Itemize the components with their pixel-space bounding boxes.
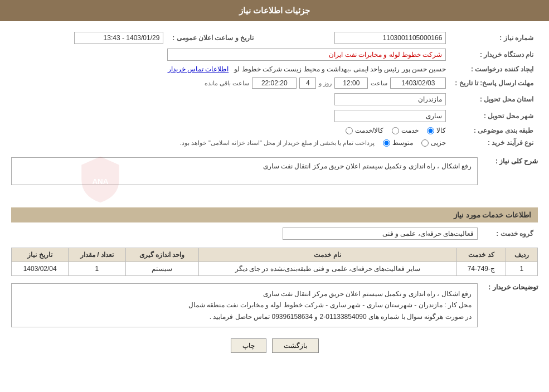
table-header-row: ردیف کد خدمت نام خدمت واحد اندازه گیری ت…	[12, 248, 538, 262]
deadline-days-label: روز و	[319, 80, 332, 87]
row-creator: ایجاد کننده درخواست : حسین حسن پور رئیس …	[11, 63, 538, 75]
services-data-table: ردیف کد خدمت نام خدمت واحد اندازه گیری ت…	[11, 248, 538, 276]
th-date: تاریخ نیاز	[12, 248, 69, 262]
purchase-motavasset[interactable]: متوسط	[383, 139, 413, 147]
announce-label: تاریخ و ساعت اعلان عمومی :	[168, 30, 258, 46]
back-button[interactable]: بازگشت	[272, 338, 319, 353]
province-value-cell: مازندران	[11, 91, 450, 108]
category-label: طبقه بندی موضوعی :	[450, 124, 538, 137]
main-content: شماره نیاز : 1103001105000166 تاریخ و سا…	[0, 21, 549, 370]
creator-label: ایجاد کننده درخواست :	[450, 63, 538, 75]
deadline-remaining-label: ساعت باقی مانده	[205, 80, 249, 87]
main-info-table: شماره نیاز : 1103001105000166 تاریخ و سا…	[11, 30, 538, 149]
kala-radio[interactable]	[427, 127, 434, 134]
category-kala[interactable]: کالا	[427, 127, 446, 134]
services-section-header: اطلاعات خدمات مورد نیاز	[11, 207, 538, 222]
province-label: استان محل تحویل :	[450, 91, 538, 108]
jozvi-label: جزیی	[431, 139, 446, 147]
need-desc-row: شرح کلی نیاز : ANA رفع اشکال ، راه انداز…	[11, 154, 538, 202]
announce-value: 1403/01/29 - 13:43	[74, 32, 163, 44]
print-button[interactable]: چاپ	[231, 338, 266, 353]
th-qty: تعداد / مقدار	[69, 248, 125, 262]
buyer-desc-label: توضیحات خریدار :	[482, 280, 538, 291]
table-body: 1 ج-749-74 سایر فعالیت‌های حرفه‌ای، علمی…	[12, 262, 538, 276]
row-buyer-org: نام دستگاه خریدار : شرکت خطوط لوله و مخا…	[11, 46, 538, 63]
service-group-value: فعالیت‌های حرفه‌ای، علمی و فنی	[283, 228, 478, 240]
category-khadamat[interactable]: خدمت	[392, 127, 419, 134]
deadline-time: 12:00	[334, 78, 368, 89]
deadline-time-label: ساعت	[371, 80, 387, 87]
cell-unit: سیستم	[125, 262, 198, 276]
cell-date: 1403/02/04	[12, 262, 69, 276]
city-value-cell: ساری	[11, 108, 450, 124]
deadline-label: مهلت ارسال پاسخ: تا تاریخ :	[450, 75, 538, 91]
page-container: جزئیات اطلاعات نیاز شماره نیاز : 1103001…	[0, 0, 549, 392]
kala-label: کالا	[436, 127, 446, 134]
motavasset-label: متوسط	[392, 139, 413, 147]
kala-khadamat-radio[interactable]	[346, 127, 353, 134]
table-head: ردیف کد خدمت نام خدمت واحد اندازه گیری ت…	[12, 248, 538, 262]
khadamat-radio[interactable]	[392, 127, 399, 134]
purchase-type-note: پرداخت تمام یا بخشی از مبلغ خریدار از مح…	[180, 139, 375, 147]
buyer-desc-row: توضیحات خریدار : رفع اشکال ، راه اندازی …	[11, 280, 538, 330]
need-desc-label: شرح کلی نیاز :	[482, 154, 538, 165]
need-number-value-cell: 1103001105000166	[258, 30, 450, 46]
kala-khadamat-label: کالا/خدمت	[355, 127, 383, 134]
service-group-table: گروه خدمت : فعالیت‌های حرفه‌ای، علمی و ف…	[11, 225, 538, 242]
deadline-days: 4	[299, 78, 316, 89]
need-number-value: 1103001105000166	[334, 32, 446, 44]
service-group-value-cell: فعالیت‌های حرفه‌ای، علمی و فنی	[11, 225, 482, 242]
purchase-type-value-cell: جزیی متوسط پرداخت تمام یا بخشی از مبلغ خ…	[11, 137, 450, 149]
page-title: جزئیات اطلاعات نیاز	[239, 6, 310, 15]
deadline-remaining: 22:02:20	[252, 78, 297, 89]
svg-text:ANA: ANA	[92, 177, 108, 186]
row-city: شهر محل تحویل : ساری	[11, 108, 538, 124]
row-need-number: شماره نیاز : 1103001105000166 تاریخ و سا…	[11, 30, 538, 46]
row-category: طبقه بندی موضوعی : کالا خدمت کالا/خدمت	[11, 124, 538, 137]
buyer-org-value-cell: شرکت خطوط لوله و مخابرات نفت ایران	[11, 46, 450, 63]
announce-value-cell: 1403/01/29 - 13:43	[11, 30, 168, 46]
need-desc-area: ANA رفع اشکال ، راه اندازی و تکمیل سیستم…	[11, 157, 478, 202]
page-header: جزئیات اطلاعات نیاز	[0, 0, 549, 21]
city-value: ساری	[334, 110, 446, 122]
category-value-cell: کالا خدمت کالا/خدمت	[11, 124, 450, 137]
service-group-label: گروه خدمت :	[482, 225, 538, 242]
creator-value-cell: حسین حسن پور رئیس واحد ایمنی ،بهداشت و م…	[11, 63, 450, 75]
th-code: کد خدمت	[456, 248, 506, 262]
province-value: مازندران	[334, 93, 446, 105]
purchase-jozvi[interactable]: جزیی	[421, 139, 446, 147]
category-kala-khadamat[interactable]: کالا/خدمت	[346, 127, 383, 134]
creator-value: حسین حسن پور رئیس واحد ایمنی ،بهداشت و م…	[234, 65, 446, 73]
buyer-org-value: شرکت خطوط لوله و مخابرات نفت ایران	[167, 49, 446, 61]
button-row: بازگشت چاپ	[11, 338, 538, 353]
creator-contact-link[interactable]: اطلاعات تماس خریدار	[168, 65, 229, 73]
th-unit: واحد اندازه گیری	[125, 248, 198, 262]
watermark-shield: ANA	[78, 154, 123, 205]
buyer-org-label: نام دستگاه خریدار :	[450, 46, 538, 63]
purchase-type-label: نوع فرآیند خرید :	[450, 137, 538, 149]
khadamat-label: خدمت	[401, 127, 419, 134]
cell-row: 1	[506, 262, 537, 276]
row-purchase-type: نوع فرآیند خرید : جزیی متوسط پرداخت تمام…	[11, 137, 538, 149]
service-group-row: گروه خدمت : فعالیت‌های حرفه‌ای، علمی و ف…	[11, 225, 538, 242]
city-label: شهر محل تحویل :	[450, 108, 538, 124]
need-number-label: شماره نیاز :	[450, 30, 538, 46]
th-name: نام خدمت	[198, 248, 456, 262]
row-deadline: مهلت ارسال پاسخ: تا تاریخ : 1403/02/03 س…	[11, 75, 538, 91]
th-row: ردیف	[506, 248, 537, 262]
cell-name: سایر فعالیت‌های حرفه‌ای، علمی و فنی طبقه…	[198, 262, 456, 276]
deadline-date: 1403/02/03	[390, 78, 446, 89]
table-row: 1 ج-749-74 سایر فعالیت‌های حرفه‌ای، علمی…	[12, 262, 538, 276]
row-province: استان محل تحویل : مازندران	[11, 91, 538, 108]
deadline-value-cell: 1403/02/03 ساعت 12:00 روز و 4 22:02:20 س…	[11, 75, 450, 91]
buyer-desc-value: رفع اشکال ، راه اندازی و تکمیل سیستم اعل…	[11, 283, 478, 327]
cell-qty: 1	[69, 262, 125, 276]
jozvi-radio[interactable]	[421, 139, 429, 147]
cell-code: ج-749-74	[456, 262, 506, 276]
motavasset-radio[interactable]	[383, 139, 390, 147]
